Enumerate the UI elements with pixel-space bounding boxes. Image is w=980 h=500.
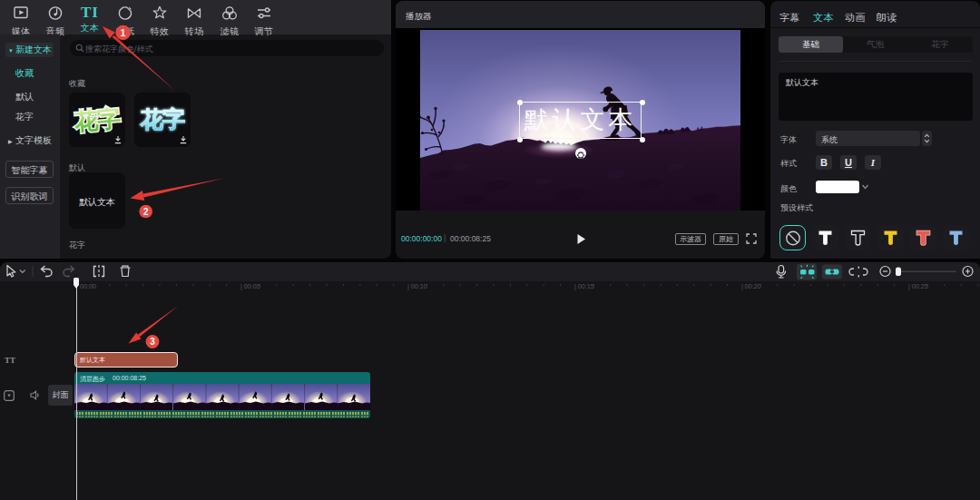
svg-text:| 00:05: | 00:05 <box>240 283 260 290</box>
svg-text:00:00: 00:00 <box>80 283 96 290</box>
svg-text:| 00:25: | 00:25 <box>908 283 928 290</box>
svg-text:| 00:15: | 00:15 <box>574 283 594 290</box>
svg-text:花字: 花字 <box>73 104 122 135</box>
svg-text:| 00:20: | 00:20 <box>741 283 761 290</box>
svg-text:花字: 花字 <box>140 106 185 132</box>
svg-text:| 00:10: | 00:10 <box>407 283 427 290</box>
